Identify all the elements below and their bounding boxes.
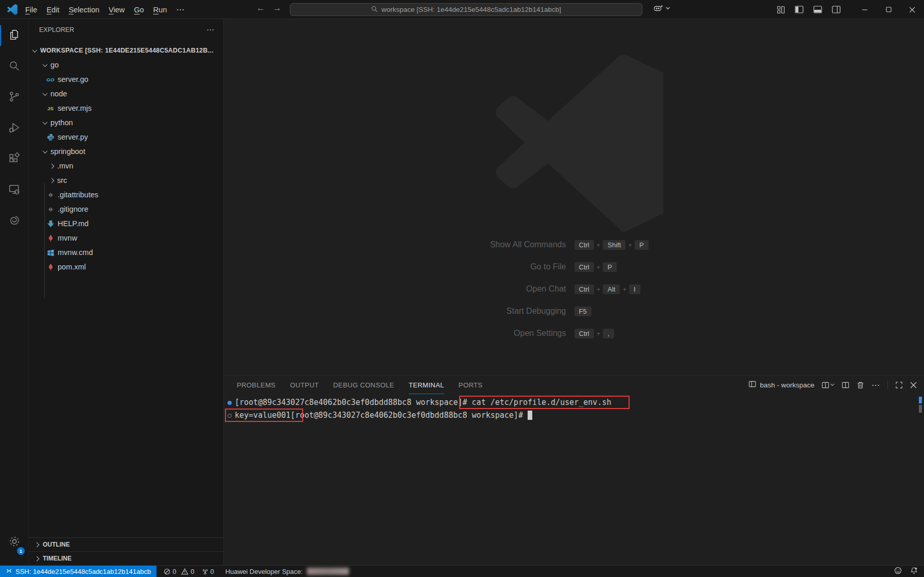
tree-folder-mvn[interactable]: .mvn xyxy=(29,159,223,173)
tree-file-help-md[interactable]: HELP.md xyxy=(29,216,223,231)
menu-file[interactable]: File xyxy=(21,4,42,15)
extensions-icon xyxy=(8,152,21,167)
shortcut-row: Open Chat Ctrl+Alt+I xyxy=(224,282,924,296)
vscode-watermark-logo xyxy=(485,54,663,234)
notifications-bell-icon[interactable] xyxy=(910,567,918,576)
terminal[interactable]: [root@89c343027c8e4062b0c3ef0dbdd88bc8 w… xyxy=(224,394,924,564)
split-terminal-button[interactable] xyxy=(822,381,834,389)
titlebar: File Edit Selection View Go Run ⋯ ← → wo… xyxy=(0,0,924,19)
timeline-section[interactable]: TIMELINE xyxy=(29,551,223,565)
annotation-box-command xyxy=(459,396,630,409)
menu-run[interactable]: Run xyxy=(149,4,172,15)
activity-source-control[interactable] xyxy=(0,84,28,111)
activity-run-debug[interactable] xyxy=(0,115,28,142)
maximize-button[interactable] xyxy=(877,0,900,19)
copilot-icon[interactable] xyxy=(654,4,670,12)
kill-terminal-icon[interactable] xyxy=(857,381,864,389)
forward-icon[interactable]: → xyxy=(273,3,282,13)
tree-file-server-py[interactable]: server.py xyxy=(29,130,223,144)
explorer-more-actions-icon[interactable]: ⋯ xyxy=(206,25,214,35)
chevron-right-icon xyxy=(34,542,40,547)
back-icon[interactable]: ← xyxy=(256,3,265,13)
problems-indicator[interactable]: 0 0 xyxy=(164,568,194,575)
tab-terminal[interactable]: TERMINAL xyxy=(409,376,444,394)
keycap: Ctrl xyxy=(574,284,594,294)
remote-indicator[interactable]: SSH: 1e44de215e5448c5adc1ab12b141abcb xyxy=(0,566,156,577)
activity-settings[interactable]: 1 xyxy=(0,529,28,556)
tab-output[interactable]: OUTPUT xyxy=(290,376,319,394)
panel-more-actions-icon[interactable]: ⋯ xyxy=(871,380,880,390)
close-panel-icon[interactable] xyxy=(910,382,917,388)
feedback-smiley-icon[interactable] xyxy=(894,567,902,576)
remote-icon xyxy=(6,568,12,575)
status-bar-right xyxy=(894,567,924,576)
panel-tabs: PROBLEMS OUTPUT DEBUG CONSOLE TERMINAL P… xyxy=(237,376,497,394)
editor-group: Show All Commands Ctrl+Shift+P Go to Fil… xyxy=(224,19,924,565)
menu-view[interactable]: View xyxy=(104,4,129,15)
ports-indicator[interactable]: 0 xyxy=(202,568,214,575)
tree-workspace-root[interactable]: WORKSPACE [SSH: 1E44DE215E5448C5ADC1AB12… xyxy=(29,43,223,58)
activity-huawei-cloud[interactable] xyxy=(0,208,28,234)
menu-edit[interactable]: Edit xyxy=(42,4,64,15)
bottom-panel: PROBLEMS OUTPUT DEBUG CONSOLE TERMINAL P… xyxy=(224,375,924,565)
keycap: P xyxy=(603,262,617,272)
toggle-primary-sidebar-icon[interactable] xyxy=(795,6,804,13)
maximize-panel-icon[interactable] xyxy=(895,381,903,389)
search-icon xyxy=(371,5,378,14)
markdown-file-icon xyxy=(46,219,55,228)
panel-actions: bash - workspace ⋯ xyxy=(748,380,917,390)
tab-ports[interactable]: PORTS xyxy=(459,376,483,394)
tree-file-server-mjs[interactable]: JSserver.mjs xyxy=(29,101,223,115)
command-center[interactable]: workspace [SSH: 1e44de215e5448c5adc1ab12… xyxy=(290,3,642,16)
tab-problems[interactable]: PROBLEMS xyxy=(237,376,275,394)
run-debug-icon xyxy=(8,121,21,136)
toggle-secondary-sidebar-icon[interactable] xyxy=(832,6,841,13)
tree-file-pom-xml[interactable]: pom.xml xyxy=(29,260,223,274)
tree-folder-go[interactable]: go xyxy=(29,58,223,72)
toggle-panel-icon[interactable] xyxy=(813,6,822,13)
titlebar-left: File Edit Selection View Go Run ⋯ xyxy=(0,0,189,19)
git-file-icon xyxy=(46,191,55,199)
tree-folder-node[interactable]: node xyxy=(29,87,223,101)
tree-file-mvnw[interactable]: mvnw xyxy=(29,231,223,245)
tree-file-server-go[interactable]: GOserver.go xyxy=(29,72,223,87)
outline-section[interactable]: OUTLINE xyxy=(29,537,223,551)
keycap: P xyxy=(635,240,649,250)
terminal-instance-selector[interactable]: bash - workspace xyxy=(748,380,814,389)
activity-search[interactable] xyxy=(0,53,28,80)
panel-header: PROBLEMS OUTPUT DEBUG CONSOLE TERMINAL P… xyxy=(224,376,924,394)
activity-explorer[interactable] xyxy=(0,22,28,49)
new-terminal-split-icon[interactable] xyxy=(842,381,849,389)
vscode-logo-icon xyxy=(7,4,18,15)
tree-folder-src[interactable]: src xyxy=(29,173,223,188)
settings-badge: 1 xyxy=(17,547,25,555)
keycap: Ctrl xyxy=(574,329,594,338)
activity-extensions[interactable] xyxy=(0,146,28,173)
menu-more-icon[interactable]: ⋯ xyxy=(171,3,189,16)
terminal-scrollbar[interactable] xyxy=(919,405,922,413)
remote-explorer-icon xyxy=(8,183,21,198)
explorer-icon xyxy=(8,28,21,43)
terminal-panel-icon xyxy=(748,380,756,389)
maven-file-icon xyxy=(46,234,55,242)
titlebar-right xyxy=(777,0,924,19)
terminal-line: key=value001[root@89c343027c8e4062b0c3ef… xyxy=(235,409,924,422)
minimize-button[interactable] xyxy=(853,0,877,19)
menu-selection[interactable]: Selection xyxy=(64,4,104,15)
menu-go[interactable]: Go xyxy=(129,4,148,15)
panel-actions-divider xyxy=(887,381,888,389)
shortcut-row: Start Debugging F5 xyxy=(224,304,924,318)
tree-file-mvnw-cmd[interactable]: mvnw.cmd xyxy=(29,245,223,260)
tab-debug-console[interactable]: DEBUG CONSOLE xyxy=(333,376,394,394)
close-window-button[interactable] xyxy=(900,0,924,19)
tree-file-gitattributes[interactable]: .gitattributes xyxy=(29,188,223,202)
shortcut-row: Go to File Ctrl+P xyxy=(224,260,924,274)
huawei-developer-space-item[interactable]: Huawei Developer Space: xyxy=(225,568,349,575)
activity-remote-explorer[interactable] xyxy=(0,177,28,203)
scrollbar-decoration xyxy=(919,397,922,403)
customize-layout-icon[interactable] xyxy=(777,6,785,14)
activity-bar: 1 xyxy=(0,19,28,565)
tree-folder-python[interactable]: python xyxy=(29,115,223,130)
tree-file-gitignore[interactable]: .gitignore xyxy=(29,202,223,216)
tree-folder-springboot[interactable]: springboot xyxy=(29,144,223,159)
